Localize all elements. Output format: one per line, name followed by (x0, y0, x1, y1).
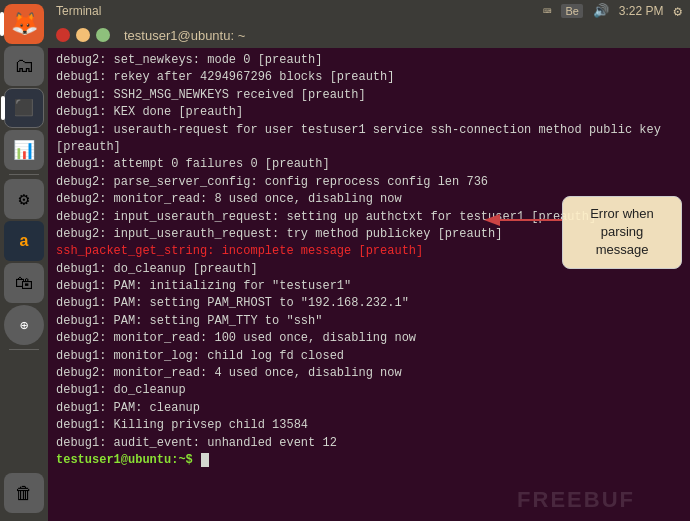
terminal-line: debug2: monitor_read: 100 used once, dis… (56, 330, 682, 347)
be-indicator: Be (561, 4, 582, 18)
terminal-line: debug1: PAM: cleanup (56, 400, 682, 417)
terminal-line: debug1: Killing privsep child 13584 (56, 417, 682, 434)
store-icon[interactable]: 🛍 (4, 263, 44, 303)
spreadsheet-icon[interactable]: 📊 (4, 130, 44, 170)
terminal-line: debug1: PAM: initializing for "testuser1… (56, 278, 682, 295)
terminal-line: debug2: set_newkeys: mode 0 [preauth] (56, 52, 682, 69)
annotation-bubble: Error when parsing message (562, 196, 682, 269)
terminal-line: debug1: userauth-request for user testus… (56, 122, 682, 157)
terminal-body[interactable]: debug2: set_newkeys: mode 0 [preauth] de… (48, 48, 690, 521)
terminal-line: debug1: PAM: setting PAM_RHOST to "192.1… (56, 295, 682, 312)
terminal-line: debug2: monitor_read: 4 used once, disab… (56, 365, 682, 382)
system-topbar: Terminal ⌨ Be 🔊 3:22 PM ⚙ (48, 0, 690, 22)
trash-icon[interactable]: 🗑 (4, 473, 44, 513)
taskbar-sidebar: 🦊 🗂 ⬛ 📊 ⚙ a 🛍 ⊕ 🗑 (0, 0, 48, 521)
terminal-title: Terminal (56, 4, 101, 18)
sidebar-divider (9, 174, 39, 175)
terminal-line: debug1: PAM: setting PAM_TTY to "ssh" (56, 313, 682, 330)
amazon-icon[interactable]: a (4, 221, 44, 261)
close-button[interactable] (56, 28, 70, 42)
system-time: 3:22 PM (619, 4, 664, 18)
terminal-line: debug1: audit_event: unhandled event 12 (56, 435, 682, 452)
terminal-line: debug1: KEX done [preauth] (56, 104, 682, 121)
terminal-line: debug2: parse_server_config: config repr… (56, 174, 682, 191)
maximize-button[interactable] (96, 28, 110, 42)
annotation-text: Error when parsing message (590, 206, 654, 257)
annotation-arrow-svg (484, 212, 564, 242)
firefox-icon[interactable]: 🦊 (4, 4, 44, 44)
terminal-line: debug1: monitor_log: child log fd closed (56, 348, 682, 365)
system-settings-icon[interactable]: ⚙ (4, 179, 44, 219)
terminal-titlebar: testuser1@ubuntu: ~ (48, 22, 690, 48)
terminal-line: debug1: SSH2_MSG_NEWKEYS received [preau… (56, 87, 682, 104)
extras-icon[interactable]: ⊕ (4, 305, 44, 345)
annotation-container: Error when parsing message (562, 196, 682, 269)
terminal-icon[interactable]: ⬛ (4, 88, 44, 128)
watermark: FREEBUF (517, 487, 635, 513)
terminal-prompt: testuser1@ubuntu:~$ (56, 452, 682, 469)
terminal-line: debug1: attempt 0 failures 0 [preauth] (56, 156, 682, 173)
minimize-button[interactable] (76, 28, 90, 42)
terminal-window-title: testuser1@ubuntu: ~ (124, 28, 245, 43)
files-icon[interactable]: 🗂 (4, 46, 44, 86)
terminal-line: debug1: do_cleanup (56, 382, 682, 399)
terminal-line: debug1: rekey after 4294967296 blocks [p… (56, 69, 682, 86)
system-settings-icon[interactable]: ⚙ (674, 3, 682, 20)
sidebar-divider-2 (9, 349, 39, 350)
keyboard-icon: ⌨ (543, 3, 551, 20)
volume-icon: 🔊 (593, 3, 609, 19)
